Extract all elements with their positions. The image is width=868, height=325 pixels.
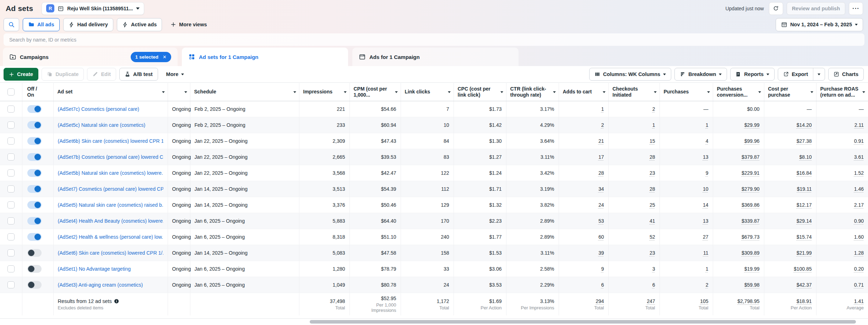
row-checkbox[interactable] <box>7 121 15 129</box>
row-checkbox[interactable] <box>7 153 15 161</box>
horizontal-scrollbar[interactable] <box>0 318 868 325</box>
export-button[interactable]: Export <box>778 68 813 80</box>
purchases-metric[interactable]: 1 <box>706 122 709 128</box>
cost-per-purchase-metric[interactable]: $100.85 <box>794 266 812 272</box>
col-impressions[interactable]: Impressions <box>299 83 349 101</box>
adset-name-link[interactable]: (AdSet6) Skin care (cosmetics) lowered C… <box>58 250 163 256</box>
more-button[interactable]: More <box>161 68 189 81</box>
purchase-roas-metric[interactable]: 0.71 <box>854 282 864 288</box>
close-icon[interactable]: ✕ <box>163 54 167 60</box>
more-views-button[interactable]: More views <box>166 18 212 31</box>
row-checkbox[interactable] <box>7 185 15 193</box>
col-ad-set[interactable]: Ad set <box>53 83 168 101</box>
adset-toggle[interactable] <box>27 153 42 161</box>
adds-to-cart-metric[interactable]: 9 <box>601 266 604 272</box>
cost-per-purchase-metric[interactable]: $16.84 <box>797 170 812 176</box>
purchases-metric[interactable]: 10 <box>703 186 709 192</box>
col-purchases[interactable]: Purchases <box>660 83 713 101</box>
reports-button[interactable]: Reports <box>730 68 775 81</box>
tab-ad-sets[interactable]: Ad sets for 1 Campaign <box>182 48 348 66</box>
purchases-conversion-value-metric[interactable]: $29.99 <box>744 122 760 128</box>
cost-per-purchase-metric[interactable]: $14.20 <box>797 122 812 128</box>
row-checkbox[interactable] <box>7 233 15 240</box>
purchase-roas-metric[interactable]: 0.91 <box>854 138 864 144</box>
purchase-roas-metric[interactable]: 1.52 <box>854 170 864 176</box>
row-checkbox[interactable] <box>7 201 15 208</box>
adds-to-cart-metric[interactable]: 21 <box>598 138 604 144</box>
row-checkbox[interactable] <box>7 265 15 272</box>
purchases-metric[interactable]: 14 <box>703 202 709 208</box>
duplicate-button[interactable]: Duplicate <box>42 68 84 81</box>
date-range-picker[interactable]: Nov 1, 2024 – Feb 3, 2025 <box>776 18 863 31</box>
adds-to-cart-metric[interactable]: 24 <box>598 202 604 208</box>
adset-name-link[interactable]: (AdSet7b) Cosmetics (personal care) lowe… <box>58 154 163 160</box>
select-all-checkbox[interactable] <box>7 88 15 96</box>
purchase-roas-metric[interactable]: 1.28 <box>854 250 864 256</box>
adds-to-cart-metric[interactable]: 39 <box>598 250 604 256</box>
checkouts-initiated-metric[interactable]: 23 <box>650 170 655 176</box>
charts-button[interactable]: Charts <box>828 68 864 81</box>
cost-per-purchase-metric[interactable]: $12.17 <box>797 202 812 208</box>
purchases-conversion-value-metric[interactable]: $229.91 <box>742 170 760 176</box>
info-icon[interactable] <box>114 299 119 304</box>
adds-to-cart-metric[interactable]: 6 <box>601 282 604 288</box>
adset-toggle[interactable] <box>27 281 42 289</box>
adset-toggle[interactable] <box>27 137 42 145</box>
purchases-metric[interactable]: 13 <box>703 154 709 160</box>
refresh-button[interactable] <box>769 2 783 15</box>
checkouts-initiated-metric[interactable]: 3 <box>652 266 655 272</box>
scrollbar-thumb[interactable] <box>310 320 856 324</box>
search-filter-button[interactable] <box>4 18 19 31</box>
col-checkouts-initiated[interactable]: Checkouts Initiated <box>608 83 660 101</box>
row-checkbox[interactable] <box>7 137 15 145</box>
purchase-roas-metric[interactable]: 0.20 <box>854 266 864 272</box>
checkouts-initiated-metric[interactable]: 28 <box>650 186 655 192</box>
adset-name-link[interactable]: (AdSet3) Anti-aging cream (cosmetics) <box>58 282 163 288</box>
purchases-conversion-value-metric[interactable]: $99.96 <box>744 138 760 144</box>
adset-toggle[interactable] <box>27 265 42 273</box>
col-delivery[interactable] <box>168 83 190 101</box>
breakdown-button[interactable]: Breakdown <box>674 68 727 81</box>
purchases-metric[interactable]: 9 <box>706 170 709 176</box>
adds-to-cart-metric[interactable]: 34 <box>598 186 604 192</box>
search-input[interactable] <box>4 33 864 46</box>
adset-toggle[interactable] <box>27 233 42 241</box>
col-adds-to-cart[interactable]: Adds to cart <box>559 83 608 101</box>
cost-per-purchase-metric[interactable]: $27.38 <box>797 138 812 144</box>
col-cpm[interactable]: CPM (cost per 1,000... <box>349 83 401 101</box>
adset-name-link[interactable]: (AdSet5) Natural skin care (cosmetics) r… <box>58 202 163 208</box>
purchases-conversion-value-metric[interactable]: $339.87 <box>742 218 760 224</box>
adset-toggle[interactable] <box>27 249 42 257</box>
adset-name-link[interactable]: (AdSet1) No Advantage targeting <box>58 266 163 272</box>
review-publish-button[interactable]: Review and publish <box>787 2 845 15</box>
adset-name-link[interactable]: (AdSet7c) Cosmetics (personal care) <box>58 106 163 112</box>
total-purchases[interactable]: 105 <box>664 298 709 304</box>
purchase-roas-metric[interactable]: 2.17 <box>854 202 864 208</box>
purchases-metric[interactable]: 2 <box>706 282 709 288</box>
col-cpc[interactable]: CPC (cost per link click) <box>454 83 506 101</box>
adset-toggle[interactable] <box>27 121 42 129</box>
export-options-button[interactable] <box>813 68 825 80</box>
col-purchase-roas[interactable]: Purchase ROAS (return on ad... <box>816 83 868 101</box>
row-checkbox[interactable] <box>7 281 15 288</box>
selected-badge[interactable]: 1 selected ✕ <box>131 52 171 62</box>
cost-per-purchase-metric[interactable]: $29.14 <box>797 218 812 224</box>
row-checkbox[interactable] <box>7 249 15 256</box>
adds-to-cart-metric[interactable]: 28 <box>598 170 604 176</box>
purchases-metric[interactable]: 27 <box>703 234 709 240</box>
checkouts-initiated-metric[interactable]: 1 <box>652 122 655 128</box>
purchase-roas-metric[interactable]: 0.90 <box>854 218 864 224</box>
adset-name-link[interactable]: (AdSet5b) Natural skin care (cosmetics) … <box>58 170 163 176</box>
adds-to-cart-metric[interactable]: 17 <box>598 154 604 160</box>
purchases-conversion-value-metric[interactable]: $19.99 <box>744 266 760 272</box>
purchases-metric[interactable]: 13 <box>703 218 709 224</box>
adds-to-cart-metric[interactable]: 1 <box>601 106 604 112</box>
purchases-metric[interactable]: 4 <box>706 138 709 144</box>
total-checkouts-initiated[interactable]: 247 <box>613 298 655 304</box>
cost-per-purchase-metric[interactable]: $8.10 <box>799 154 812 160</box>
col-link-clicks[interactable]: Link clicks <box>401 83 454 101</box>
adset-name-link[interactable]: (AdSet6b) Skin care (cosmetics) lowered … <box>58 138 163 144</box>
filter-active-ads[interactable]: Active ads <box>117 18 162 31</box>
tab-ads[interactable]: Ads for 1 Campaign <box>352 48 519 66</box>
purchases-metric[interactable]: 1 <box>706 266 709 272</box>
